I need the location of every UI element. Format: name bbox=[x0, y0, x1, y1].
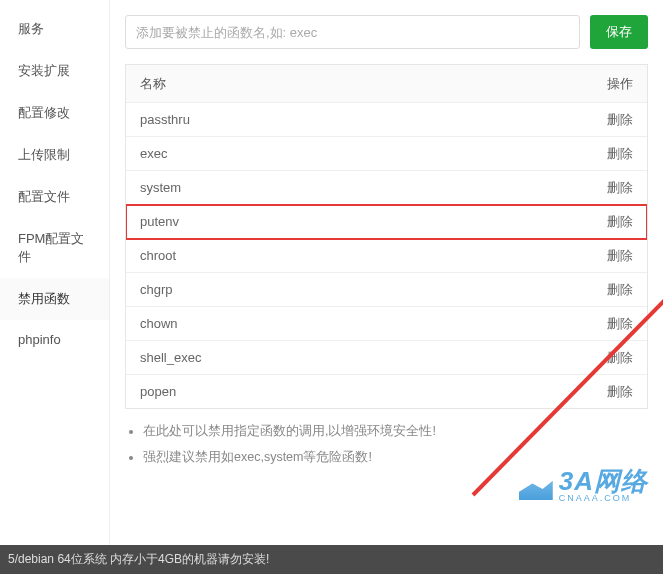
hint-item: 强烈建议禁用如exec,system等危险函数! bbox=[143, 447, 648, 467]
delete-link[interactable]: 删除 bbox=[607, 349, 633, 367]
save-button[interactable]: 保存 bbox=[590, 15, 648, 49]
hint-item: 在此处可以禁用指定函数的调用,以增强环境安全性! bbox=[143, 421, 648, 441]
function-name: shell_exec bbox=[140, 350, 201, 365]
table-row: chown删除 bbox=[126, 307, 647, 341]
table-row: putenv删除 bbox=[126, 205, 647, 239]
footer-status: 5/debian 64位系统 内存小于4GB的机器请勿安装! bbox=[0, 545, 663, 574]
function-name: chroot bbox=[140, 248, 176, 263]
watermark: 3A网络 CNAAA.COM bbox=[519, 470, 648, 503]
table-row: passthru删除 bbox=[126, 103, 647, 137]
disabled-functions-table: 名称 操作 passthru删除exec删除system删除putenv删除ch… bbox=[125, 64, 648, 409]
delete-link[interactable]: 删除 bbox=[607, 247, 633, 265]
table-scroll[interactable]: 名称 操作 passthru删除exec删除system删除putenv删除ch… bbox=[126, 65, 647, 408]
sidebar-item-5[interactable]: FPM配置文件 bbox=[0, 218, 109, 278]
table-row: chgrp删除 bbox=[126, 273, 647, 307]
table-row: popen删除 bbox=[126, 375, 647, 408]
delete-link[interactable]: 删除 bbox=[607, 383, 633, 401]
delete-link[interactable]: 删除 bbox=[607, 145, 633, 163]
sidebar-item-3[interactable]: 上传限制 bbox=[0, 134, 109, 176]
delete-link[interactable]: 删除 bbox=[607, 111, 633, 129]
function-name: exec bbox=[140, 146, 167, 161]
add-function-input[interactable] bbox=[125, 15, 580, 49]
delete-link[interactable]: 删除 bbox=[607, 213, 633, 231]
table-row: shell_exec删除 bbox=[126, 341, 647, 375]
sidebar-item-7[interactable]: phpinfo bbox=[0, 320, 109, 359]
sidebar-item-0[interactable]: 服务 bbox=[0, 8, 109, 50]
main-panel: 保存 名称 操作 passthru删除exec删除system删除putenv删… bbox=[110, 0, 663, 545]
delete-link[interactable]: 删除 bbox=[607, 281, 633, 299]
table-row: chroot删除 bbox=[126, 239, 647, 273]
function-name: passthru bbox=[140, 112, 190, 127]
delete-link[interactable]: 删除 bbox=[607, 315, 633, 333]
sidebar-item-4[interactable]: 配置文件 bbox=[0, 176, 109, 218]
function-name: chgrp bbox=[140, 282, 173, 297]
function-name: chown bbox=[140, 316, 178, 331]
function-name: popen bbox=[140, 384, 176, 399]
sidebar: 服务安装扩展配置修改上传限制配置文件FPM配置文件禁用函数phpinfo bbox=[0, 0, 110, 545]
function-name: system bbox=[140, 180, 181, 195]
function-name: putenv bbox=[140, 214, 179, 229]
sidebar-item-1[interactable]: 安装扩展 bbox=[0, 50, 109, 92]
col-header-op: 操作 bbox=[607, 75, 633, 93]
col-header-name: 名称 bbox=[140, 75, 166, 93]
delete-link[interactable]: 删除 bbox=[607, 179, 633, 197]
hints-list: 在此处可以禁用指定函数的调用,以增强环境安全性!强烈建议禁用如exec,syst… bbox=[125, 421, 648, 467]
table-row: exec删除 bbox=[126, 137, 647, 171]
sidebar-item-6[interactable]: 禁用函数 bbox=[0, 278, 109, 320]
table-row: system删除 bbox=[126, 171, 647, 205]
sidebar-item-2[interactable]: 配置修改 bbox=[0, 92, 109, 134]
